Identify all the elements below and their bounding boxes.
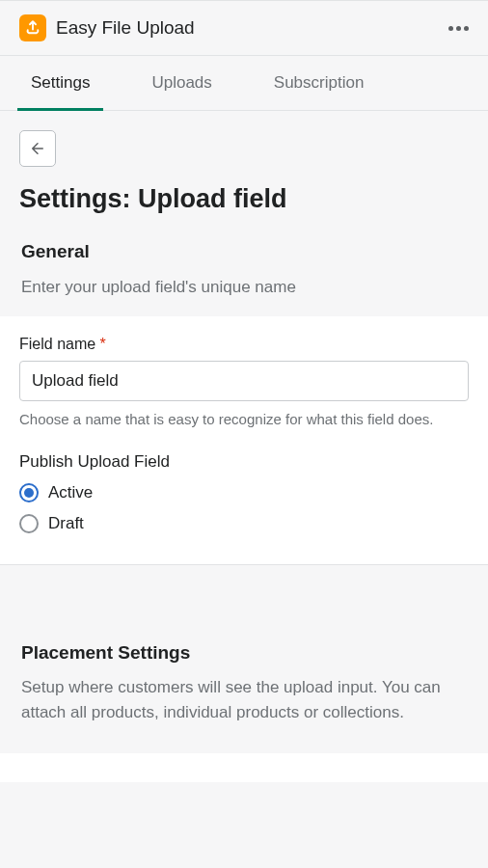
content-area: Settings: Upload field General Enter you… <box>0 111 488 801</box>
field-name-label: Field name * <box>19 336 469 353</box>
more-icon[interactable] <box>448 26 469 31</box>
app-icon <box>19 14 46 41</box>
placement-section: Placement Settings Setup where customers… <box>0 564 488 724</box>
field-name-label-text: Field name <box>19 336 95 352</box>
app-header: Easy File Upload <box>0 0 488 56</box>
publish-radio-group: Publish Upload Field Active Draft <box>19 452 469 533</box>
app-title: Easy File Upload <box>56 17 195 39</box>
radio-label-active: Active <box>48 483 93 502</box>
tab-subscription[interactable]: Subscription <box>262 56 376 110</box>
general-section-subtitle: Enter your upload field's unique name <box>19 278 469 297</box>
general-section-title: General <box>19 241 469 262</box>
field-name-help: Choose a name that is easy to recognize … <box>19 409 469 429</box>
placement-section-description: Setup where customers will see the uploa… <box>19 675 469 724</box>
radio-option-draft[interactable]: Draft <box>19 514 469 533</box>
tab-uploads[interactable]: Uploads <box>140 56 223 110</box>
back-button[interactable] <box>19 130 56 167</box>
required-indicator: * <box>100 336 106 352</box>
tabs-bar: Settings Uploads Subscription <box>0 56 488 111</box>
arrow-left-icon <box>29 140 46 157</box>
general-card: Field name * Choose a name that is easy … <box>0 316 488 564</box>
placement-card <box>0 753 488 782</box>
tab-settings[interactable]: Settings <box>19 56 101 110</box>
radio-circle-active <box>19 483 39 502</box>
page-title: Settings: Upload field <box>19 184 469 214</box>
publish-group-label: Publish Upload Field <box>19 452 469 472</box>
placement-section-title: Placement Settings <box>19 642 469 664</box>
radio-circle-draft <box>19 514 39 533</box>
header-left: Easy File Upload <box>19 14 195 41</box>
field-name-input[interactable] <box>19 361 469 401</box>
radio-option-active[interactable]: Active <box>19 483 469 502</box>
radio-label-draft: Draft <box>48 514 84 533</box>
